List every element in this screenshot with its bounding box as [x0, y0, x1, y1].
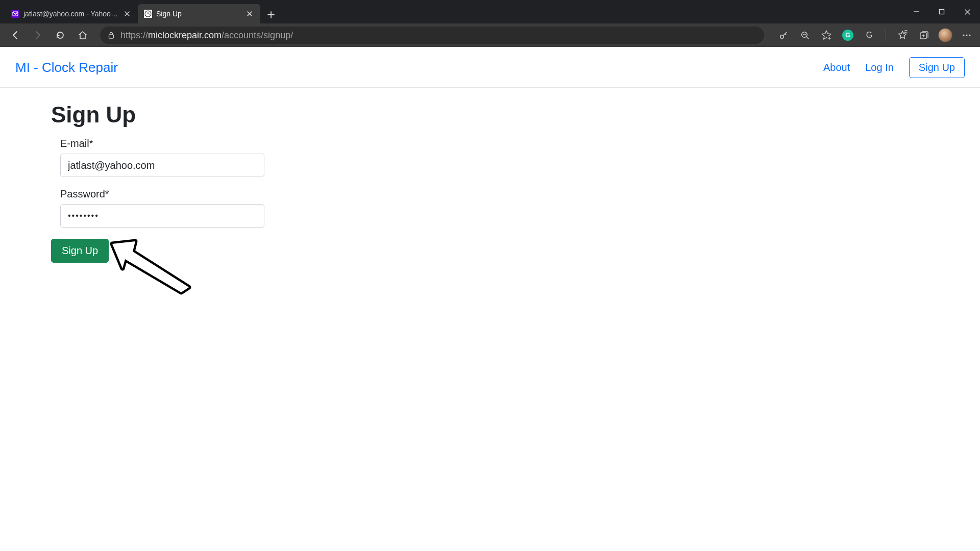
window-controls [903, 0, 980, 23]
svg-rect-8 [109, 35, 114, 38]
grammarly-extension-icon[interactable]: G [841, 28, 855, 42]
key-icon[interactable] [776, 28, 791, 42]
zoom-icon[interactable] [798, 28, 812, 42]
tab-close-icon[interactable] [245, 9, 254, 18]
nav-link-about[interactable]: About [823, 62, 850, 73]
svg-rect-7 [940, 10, 944, 14]
email-form-group: E-mail* [51, 138, 929, 177]
svg-point-17 [963, 34, 964, 36]
annotation-arrow-icon [107, 239, 194, 297]
url-text: https://miclockrepair.com/accounts/signu… [120, 30, 293, 41]
window-maximize-button[interactable] [929, 0, 954, 23]
url-host: miclockrepair.com [148, 30, 222, 40]
site-brand-link[interactable]: MI - Clock Repair [15, 60, 118, 76]
nav-signup-button[interactable]: Sign Up [909, 57, 965, 78]
toolbar-separator [886, 29, 886, 41]
lock-icon [107, 31, 115, 39]
refresh-button[interactable] [51, 26, 69, 44]
page-content: MI - Clock Repair About Log In Sign Up S… [0, 47, 980, 551]
settings-more-icon[interactable] [960, 28, 974, 42]
browser-tab-strip: jatlast@yahoo.com - Yahoo Mail Sign Up [0, 0, 980, 23]
svg-line-11 [806, 37, 808, 39]
browser-toolbar: https://miclockrepair.com/accounts/signu… [0, 23, 980, 47]
tab-signup[interactable]: Sign Up [138, 4, 260, 23]
tab-close-icon[interactable] [122, 9, 132, 18]
toolbar-right: G G [776, 28, 974, 42]
tab-yahoo-mail[interactable]: jatlast@yahoo.com - Yahoo Mail [5, 4, 138, 23]
password-form-group: Password* •••••••• [51, 188, 929, 228]
url-path: /accounts/signup/ [222, 30, 293, 40]
window-minimize-button[interactable] [903, 0, 929, 23]
email-field[interactable] [60, 154, 264, 177]
svg-point-18 [966, 34, 967, 36]
nav-links: About Log In Sign Up [823, 57, 965, 78]
tab-title: jatlast@yahoo.com - Yahoo Mail [23, 10, 118, 18]
email-label: E-mail* [51, 138, 929, 149]
password-label: Password* [51, 188, 929, 200]
svg-point-19 [969, 34, 970, 36]
nav-link-login[interactable]: Log In [865, 62, 894, 73]
yahoo-favicon-icon [11, 10, 19, 18]
password-field[interactable]: •••••••• [60, 204, 264, 228]
tab-title: Sign Up [156, 10, 241, 18]
signup-submit-button[interactable]: Sign Up [51, 239, 109, 263]
page-heading: Sign Up [51, 102, 929, 128]
forward-button[interactable] [29, 26, 47, 44]
url-protocol: https:// [120, 30, 148, 40]
home-button[interactable] [74, 26, 92, 44]
main-content: Sign Up E-mail* Password* •••••••• Sign … [0, 88, 980, 277]
password-mask: •••••••• [68, 211, 99, 220]
profile-avatar[interactable] [938, 28, 952, 42]
window-close-button[interactable] [954, 0, 980, 23]
extension-g-icon[interactable]: G [862, 28, 876, 42]
back-button[interactable] [6, 26, 24, 44]
favorites-list-icon[interactable] [895, 28, 910, 42]
favorites-star-icon[interactable] [819, 28, 834, 42]
new-tab-button[interactable] [263, 7, 279, 22]
site-navbar: MI - Clock Repair About Log In Sign Up [0, 47, 980, 88]
collections-icon[interactable] [917, 28, 931, 42]
tabs-area: jatlast@yahoo.com - Yahoo Mail Sign Up [0, 0, 279, 23]
address-bar[interactable]: https://miclockrepair.com/accounts/signu… [100, 27, 764, 44]
site-favicon-icon [144, 10, 152, 18]
